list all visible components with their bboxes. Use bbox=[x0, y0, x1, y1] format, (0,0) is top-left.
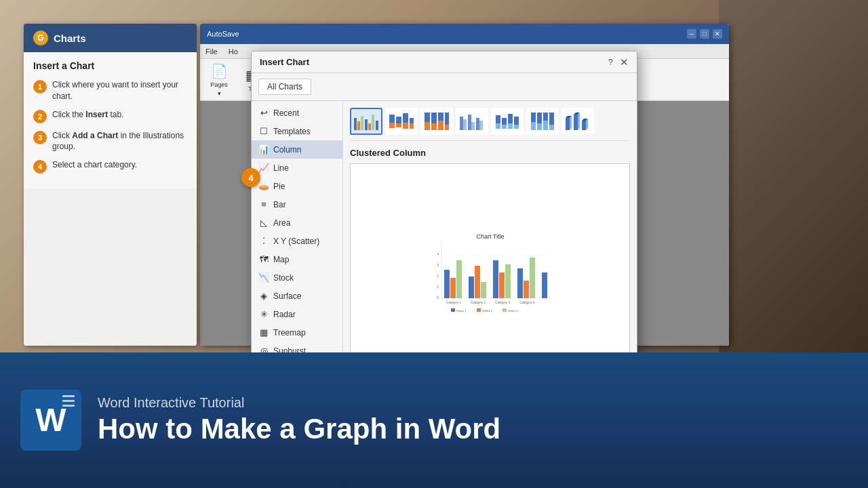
sidebar-area[interactable]: ◺ Area bbox=[252, 214, 342, 232]
svg-rect-42 bbox=[543, 121, 548, 130]
svg-text:3: 3 bbox=[437, 263, 439, 267]
100pct-stacked-column-thumb[interactable] bbox=[420, 108, 453, 135]
step-3-text: Click Add a Chart in the Illustrations g… bbox=[52, 130, 187, 153]
svg-rect-35 bbox=[514, 117, 519, 125]
svg-rect-38 bbox=[531, 122, 536, 130]
chart-title-text: Chart Title bbox=[476, 233, 504, 240]
svg-rect-37 bbox=[531, 113, 536, 122]
column-icon: 📊 bbox=[258, 144, 269, 155]
svg-marker-53 bbox=[586, 119, 588, 130]
sidebar-radar[interactable]: ✳ Radar bbox=[252, 305, 342, 323]
chart-preview-svg: Chart Title 0 1 2 3 4 bbox=[422, 230, 558, 319]
word-logo-letter: W bbox=[35, 404, 66, 436]
maximize-button[interactable]: □ bbox=[700, 29, 709, 39]
svg-rect-6 bbox=[376, 121, 378, 130]
svg-rect-41 bbox=[543, 113, 548, 121]
svg-rect-8 bbox=[389, 123, 395, 128]
svg-marker-50 bbox=[578, 113, 580, 130]
tutorial-header: G Charts bbox=[24, 24, 197, 52]
pages-button[interactable]: 📄 Pages ▾ bbox=[205, 62, 233, 98]
svg-rect-2 bbox=[361, 116, 363, 130]
sidebar-bar[interactable]: ≡ Bar bbox=[252, 195, 342, 214]
logo-line-2 bbox=[62, 400, 75, 402]
stock-label: Stock bbox=[273, 273, 294, 283]
sidebar-surface[interactable]: ◈ Surface bbox=[252, 287, 342, 305]
pages-icon: 📄 bbox=[211, 63, 228, 79]
svg-rect-51 bbox=[582, 121, 586, 130]
sidebar-map[interactable]: 🗺 Map bbox=[252, 250, 342, 268]
column-label: Column bbox=[273, 145, 301, 155]
sidebar-treemap[interactable]: ▦ Treemap bbox=[252, 323, 342, 342]
sidebar-line[interactable]: 📈 Line bbox=[252, 159, 342, 177]
step-1-number: 1 bbox=[33, 80, 47, 94]
step-3-number: 3 bbox=[33, 131, 47, 144]
svg-rect-66 bbox=[450, 278, 456, 298]
3d-100pct-stacked-thumb[interactable] bbox=[526, 108, 559, 135]
area-label: Area bbox=[273, 218, 290, 228]
svg-text:0: 0 bbox=[437, 296, 439, 300]
step4-callout-number: 4 bbox=[241, 168, 260, 187]
svg-rect-21 bbox=[445, 113, 449, 125]
tutorial-panel: G Charts Insert a Chart 1 Click where yo… bbox=[24, 24, 197, 346]
selected-chart-type-name: Clustered Column bbox=[350, 148, 630, 158]
step-4-text: Select a chart category. bbox=[52, 159, 137, 171]
close-button[interactable]: ✕ bbox=[713, 29, 722, 39]
svg-rect-28 bbox=[479, 121, 483, 130]
svg-rect-48 bbox=[574, 115, 578, 130]
svg-rect-70 bbox=[481, 282, 486, 298]
sidebar-column[interactable]: 📊 Column bbox=[252, 140, 342, 159]
svg-rect-7 bbox=[389, 115, 395, 123]
dialog-close-button[interactable]: ✕ bbox=[620, 57, 629, 67]
banner-title: How to Make a Graph in Word bbox=[98, 413, 500, 445]
svg-rect-16 bbox=[425, 122, 430, 130]
clustered-column-thumb[interactable] bbox=[350, 108, 382, 135]
svg-rect-72 bbox=[499, 272, 505, 298]
svg-rect-5 bbox=[372, 115, 374, 130]
stock-icon: 📉 bbox=[258, 272, 269, 283]
sidebar-xy-scatter[interactable]: ⁚ X Y (Scatter) bbox=[252, 232, 342, 250]
3d-stacked-thumb[interactable] bbox=[491, 108, 524, 135]
sidebar-pie[interactable]: 🥧 Pie bbox=[252, 177, 342, 195]
word-logo: W bbox=[20, 390, 81, 451]
recent-label: Recent bbox=[273, 108, 299, 118]
stacked-column-thumb[interactable] bbox=[385, 108, 418, 135]
svg-rect-75 bbox=[524, 281, 529, 298]
insert-chart-dialog: Insert Chart ? ✕ All Charts ↩ Recent ☐ T… bbox=[251, 51, 637, 393]
step4-callout: 4 bbox=[241, 168, 260, 187]
svg-text:Series 3: Series 3 bbox=[508, 309, 518, 312]
step-4-number: 4 bbox=[33, 160, 47, 174]
svg-rect-74 bbox=[517, 268, 523, 298]
svg-rect-3 bbox=[365, 119, 368, 130]
svg-rect-43 bbox=[549, 113, 554, 125]
dialog-help-button[interactable]: ? bbox=[608, 57, 613, 67]
scatter-icon: ⁚ bbox=[258, 236, 269, 246]
logo-line-1 bbox=[62, 395, 75, 397]
ribbon-file[interactable]: File bbox=[205, 47, 218, 56]
3d-column-thumb[interactable] bbox=[561, 108, 594, 135]
svg-rect-34 bbox=[508, 123, 513, 129]
svg-rect-67 bbox=[456, 260, 462, 298]
svg-marker-47 bbox=[570, 116, 572, 130]
banner-text: Word Interactive Tutorial How to Make a … bbox=[98, 395, 500, 445]
bottom-banner: W Word Interactive Tutorial How to Make … bbox=[0, 352, 868, 488]
sidebar-templates[interactable]: ☐ Templates bbox=[252, 122, 342, 140]
ribbon-home[interactable]: Ho bbox=[229, 47, 238, 56]
svg-rect-84 bbox=[477, 308, 481, 312]
sidebar-recent[interactable]: ↩ Recent bbox=[252, 104, 342, 122]
all-charts-tab[interactable]: All Charts bbox=[258, 79, 311, 95]
svg-rect-17 bbox=[431, 113, 437, 123]
pages-label: Pages bbox=[210, 81, 228, 88]
3d-clustered-thumb[interactable] bbox=[456, 108, 488, 135]
minimize-button[interactable]: ─ bbox=[687, 29, 696, 39]
svg-text:Series 2: Series 2 bbox=[482, 309, 492, 312]
line-label: Line bbox=[273, 163, 289, 173]
svg-rect-12 bbox=[403, 123, 408, 129]
svg-rect-15 bbox=[425, 113, 430, 122]
sidebar-stock[interactable]: 📉 Stock bbox=[252, 268, 342, 287]
svg-rect-39 bbox=[537, 113, 542, 123]
autosave-label: AutoSave bbox=[207, 30, 239, 38]
dialog-controls: ? ✕ bbox=[608, 57, 629, 67]
svg-rect-77 bbox=[542, 272, 547, 298]
svg-rect-44 bbox=[549, 125, 554, 130]
step-3: 3 Click Add a Chart in the Illustrations… bbox=[33, 130, 187, 153]
